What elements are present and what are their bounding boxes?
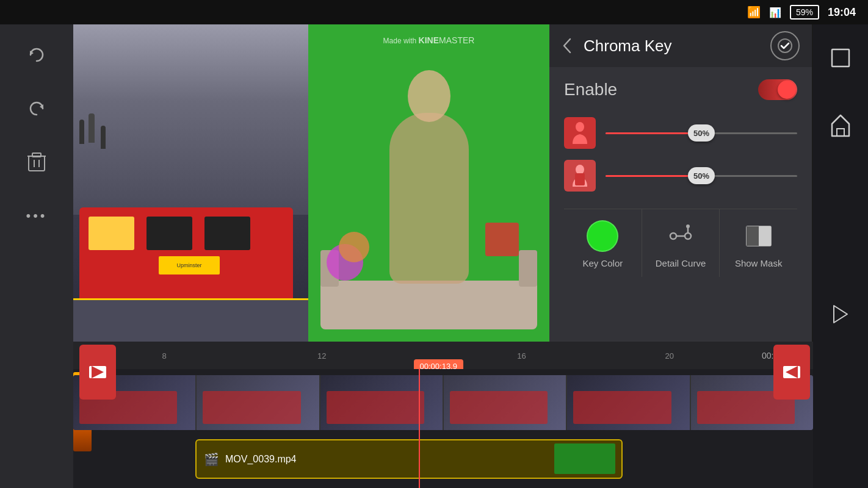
main-video-track[interactable]: 10x: [73, 375, 813, 430]
time-display: 19:04: [828, 6, 856, 19]
svg-rect-20: [837, 129, 844, 136]
home-button[interactable]: [825, 110, 856, 140]
slider-thumb-2[interactable]: 50%: [688, 167, 715, 184]
overlay-video: Made with KINEMASTER: [308, 24, 549, 342]
redo-button[interactable]: [18, 90, 55, 127]
svg-point-9: [576, 165, 584, 174]
show-mask-button[interactable]: Show Mask: [720, 209, 797, 277]
overlay-track-thumbnail: [554, 443, 615, 474]
slider-track-2: 50%: [606, 175, 797, 177]
ruler-mark-8: 8: [162, 351, 166, 360]
wifi-icon: 📶: [747, 5, 761, 19]
slider-row-2: 50%: [564, 160, 797, 192]
slider-fill-1: [606, 132, 701, 134]
svg-rect-2: [29, 156, 45, 171]
sliders-section: 50% 50%: [564, 117, 797, 192]
add-media-right-button[interactable]: [773, 345, 810, 400]
bottom-buttons: Key Color Detail Curve: [564, 209, 797, 277]
slider2-icon: [564, 160, 596, 192]
battery-indicator: 59%: [790, 5, 819, 20]
slider-container-1[interactable]: 50%: [606, 121, 797, 145]
ruler-mark-20: 20: [665, 351, 674, 360]
ruler-mark-12: 12: [317, 351, 326, 360]
playhead-line: [419, 369, 420, 488]
more-dots-icon: •••: [26, 208, 47, 224]
show-mask-label: Show Mask: [735, 258, 783, 268]
slider-row-1: 50%: [564, 117, 797, 149]
back-button[interactable]: [562, 37, 574, 55]
detail-curve-icon: [665, 220, 696, 252]
slider-container-2[interactable]: 50%: [606, 163, 797, 188]
video-preview: Upminster Made with KINEMASTER: [73, 24, 549, 342]
slider1-icon: [564, 117, 596, 149]
play-button[interactable]: [825, 299, 856, 329]
ruler-mark-16: 16: [517, 351, 526, 360]
add-media-left-button[interactable]: [79, 345, 116, 400]
svg-point-11: [670, 233, 676, 239]
panel-content: Enable 50%: [549, 67, 812, 289]
svg-rect-17: [747, 226, 759, 246]
svg-point-7: [778, 39, 792, 52]
svg-rect-19: [832, 49, 849, 66]
slider-thumb-1[interactable]: 50%: [688, 124, 715, 142]
square-button[interactable]: [825, 43, 856, 73]
timeline: 8 12 00:00:13.9 16 20 00:00:32.98 10x: [0, 342, 868, 488]
overlay-track-icon: 🎬: [204, 452, 219, 467]
undo-button[interactable]: [18, 37, 55, 73]
slider-fill-2: [606, 175, 701, 177]
enable-toggle[interactable]: [758, 79, 797, 100]
key-color-button[interactable]: Key Color: [564, 209, 642, 277]
toggle-knob: [778, 81, 796, 99]
detail-curve-button[interactable]: Detail Curve: [642, 209, 720, 277]
detail-curve-label: Detail Curve: [656, 258, 706, 268]
confirm-button[interactable]: [770, 31, 800, 60]
playhead-time: 00:00:13.9: [414, 359, 463, 370]
status-bar: 📶 📊 59% 19:04: [0, 0, 868, 24]
key-color-label: Key Color: [582, 258, 623, 268]
background-video: Upminster: [73, 24, 308, 342]
overlay-track-name: MOV_0039.mp4: [225, 454, 297, 465]
panel-title: Chroma Key: [584, 37, 761, 56]
key-color-circle: [587, 220, 618, 252]
enable-label: Enable: [564, 80, 617, 99]
chroma-key-panel: Chroma Key Enable: [549, 24, 812, 342]
svg-point-15: [686, 224, 690, 228]
timeline-ruler: 8 12 00:00:13.9 16 20 00:00:32.98: [73, 342, 813, 369]
delete-button[interactable]: [18, 144, 55, 181]
svg-rect-18: [759, 226, 771, 246]
panel-header: Chroma Key: [549, 24, 812, 67]
timeline-tracks: 10x: [73, 369, 813, 488]
svg-point-8: [576, 122, 584, 132]
more-options-button[interactable]: •••: [18, 198, 55, 234]
svg-rect-10: [575, 173, 585, 185]
overlay-video-track[interactable]: 🎬 MOV_0039.mp4: [195, 439, 623, 479]
signal-icon: 📊: [769, 7, 781, 18]
show-mask-icon: [743, 220, 775, 252]
left-toolbar: •••: [0, 24, 73, 488]
far-right-toolbar: [813, 24, 868, 488]
svg-point-12: [685, 233, 691, 239]
enable-row: Enable: [564, 79, 797, 100]
slider-track-1: 50%: [606, 132, 797, 134]
